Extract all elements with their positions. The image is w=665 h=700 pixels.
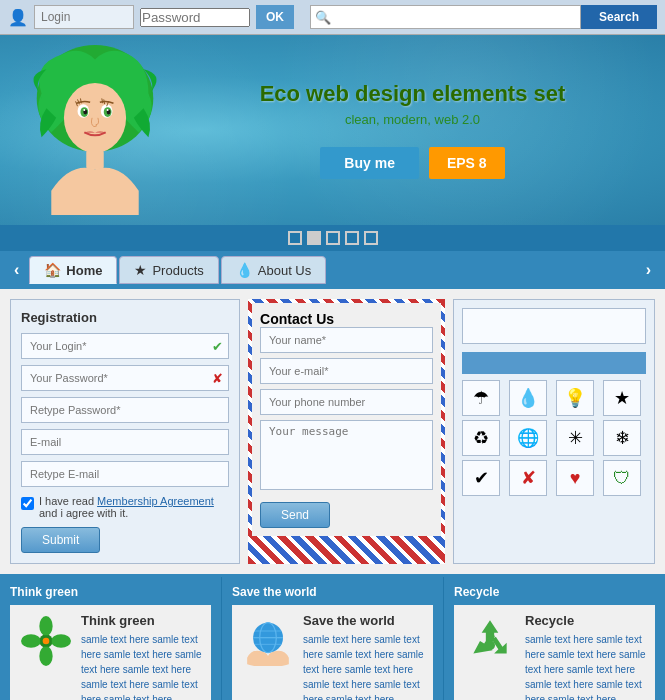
svg-point-13 [39,646,52,666]
svg-point-1 [64,83,126,153]
search-wrap: 🔍 Search [310,5,657,29]
contact-inner: Contact Us Send [252,303,441,536]
svg-point-12 [39,616,52,636]
footer-save-world-inner: Save the world samle text here samle tex… [232,605,433,700]
retype-email-field [21,461,229,487]
contact-name-field [260,327,433,353]
hero-buttons: Buy me EPS 8 [200,147,625,179]
icon-panel-top [462,308,646,344]
submit-button[interactable]: Submit [21,527,100,553]
svg-rect-10 [86,150,103,169]
dot-1[interactable] [288,231,302,245]
svg-point-8 [83,109,85,111]
icon-asterisk[interactable]: ✳ [556,420,594,456]
tab-products[interactable]: ★ Products [119,256,218,284]
icon-star[interactable]: ★ [603,380,641,416]
nav-tabs: 🏠 Home ★ Products 💧 About Us [25,256,639,284]
agreement-checkbox[interactable] [21,497,34,510]
think-green-text: Think green samle text here samle text h… [81,613,203,700]
icon-heart[interactable]: ♥ [556,460,594,496]
tab-products-label: Products [152,263,203,278]
nav-prev-arrow[interactable]: ‹ [8,261,25,279]
dot-3[interactable] [326,231,340,245]
contact-name-input[interactable] [260,327,433,353]
think-green-title: Think green [81,613,203,628]
icon-globe[interactable]: 🌐 [509,420,547,456]
top-bar: 👤 OK 🔍 Search [0,0,665,35]
tab-about-us[interactable]: 💧 About Us [221,256,326,284]
hero-text: Eco web design elements set clean, moder… [180,81,645,178]
nav-bar: ‹ 🏠 Home ★ Products 💧 About Us › [0,251,665,289]
contact-email-field [260,358,433,384]
recycle-text: Recycle samle text here samle text here … [525,613,647,700]
login-field-input[interactable] [21,333,229,359]
contact-phone-field [260,389,433,415]
recycle-body: samle text here samle text here samle te… [525,632,647,700]
agreement-text: I have read Membership Agreement and i a… [39,495,229,519]
svg-point-14 [21,634,41,647]
footer-think-green-inner: Think green samle text here samle text h… [10,605,211,700]
think-green-icon-wrap [18,613,73,668]
password-field: ✘ [21,365,229,391]
membership-link[interactable]: Membership Agreement [97,495,214,507]
login-ok-icon: ✔ [212,339,223,354]
registration-panel: Registration ✔ ✘ I have read Membership … [10,299,240,564]
icon-panel-bar [462,352,646,374]
hero-content: Eco web design elements set clean, moder… [0,35,665,225]
save-world-icon-wrap [240,613,295,668]
save-world-text: Save the world samle text here samle tex… [303,613,425,700]
hero-illustration [20,45,180,215]
footer-recycle-inner: Recycle samle text here samle text here … [454,605,655,700]
icon-grid: ☂ 💧 💡 ★ ♻ 🌐 ✳ ❄ ✔ ✘ ♥ 🛡 [462,380,646,496]
about-icon: 💧 [236,262,253,278]
footer-save-world: Save the world Save the world samle text… [222,577,444,700]
tab-home[interactable]: 🏠 Home [29,256,117,284]
hero-subtitle: clean, modern, web 2.0 [200,112,625,127]
hero-banner: Eco web design elements set clean, moder… [0,35,665,225]
icon-umbrella[interactable]: ☂ [462,380,500,416]
login-input[interactable] [34,5,134,29]
retype-password-input[interactable] [21,397,229,423]
save-world-body: samle text here samle text here samle te… [303,632,425,700]
icon-cross[interactable]: ✘ [509,460,547,496]
email-input[interactable] [21,429,229,455]
icon-panel: ☂ 💧 💡 ★ ♻ 🌐 ✳ ❄ ✔ ✘ ♥ 🛡 [453,299,655,564]
send-button[interactable]: Send [260,502,330,528]
dot-2[interactable] [307,231,321,245]
svg-point-23 [485,640,495,650]
nav-next-arrow[interactable]: › [640,261,657,279]
icon-recycle[interactable]: ♻ [462,420,500,456]
search-button[interactable]: Search [581,5,657,29]
icon-lightbulb[interactable]: 💡 [556,380,594,416]
footer-think-green-header: Think green [10,585,211,599]
email-field [21,429,229,455]
icon-water-drop[interactable]: 💧 [509,380,547,416]
icon-checkmark[interactable]: ✔ [462,460,500,496]
buy-button[interactable]: Buy me [320,147,419,179]
icon-snowflake[interactable]: ❄ [603,420,641,456]
password-err-icon: ✘ [212,371,223,386]
password-field-input[interactable] [21,365,229,391]
password-input[interactable] [140,8,250,27]
retype-email-input[interactable] [21,461,229,487]
dot-5[interactable] [364,231,378,245]
registration-title: Registration [21,310,229,325]
footer-think-green: Think green Think green samle text here … [0,577,222,700]
eps-button[interactable]: EPS 8 [429,147,505,179]
user-icon: 👤 [8,8,28,27]
contact-title: Contact Us [260,311,433,327]
dot-4[interactable] [345,231,359,245]
search-input[interactable] [331,5,576,29]
tab-about-label: About Us [258,263,311,278]
contact-message-field [260,420,433,493]
products-icon: ★ [134,262,147,278]
think-green-body: samle text here samle text here samle te… [81,632,203,700]
main-content: Registration ✔ ✘ I have read Membership … [0,289,665,574]
contact-phone-input[interactable] [260,389,433,415]
ok-button[interactable]: OK [256,5,294,29]
contact-email-input[interactable] [260,358,433,384]
icon-shield[interactable]: 🛡 [603,460,641,496]
contact-message-input[interactable] [260,420,433,490]
svg-point-9 [107,109,109,111]
tab-home-label: Home [66,263,102,278]
